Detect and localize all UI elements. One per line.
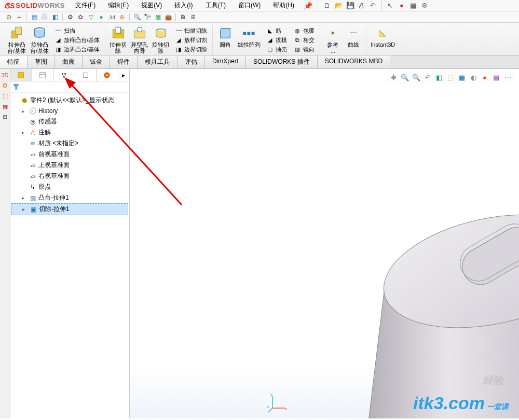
boundary-button[interactable]: ◨边界凸台/基体	[53, 45, 101, 54]
tree-history[interactable]: ▸🕘 History	[11, 106, 128, 116]
menu-help[interactable]: 帮助(H)	[267, 0, 301, 11]
tab-evaluate[interactable]: 评估	[177, 55, 205, 68]
tab-sw-mbd[interactable]: SOLIDWORKS MBD	[318, 55, 390, 68]
tree-sensors[interactable]: ◎ 传感器	[11, 116, 128, 127]
tree-tab-dimxpert[interactable]	[75, 69, 97, 81]
shell-button[interactable]: ▢抽壳	[265, 45, 288, 54]
instant3d-button[interactable]: 📐 Instant3D	[368, 25, 397, 49]
draft-button[interactable]: ◢拔模	[265, 35, 288, 45]
tree-right-plane[interactable]: ▱ 右视基准面	[11, 171, 128, 181]
tb-icon-3[interactable]: ▦	[30, 12, 39, 22]
menu-tools[interactable]: 工具(T)	[199, 0, 232, 11]
sweep-button[interactable]: 〰扫描	[53, 26, 101, 35]
wrap-button[interactable]: ◍包覆	[292, 26, 316, 35]
extrude-cut-button[interactable]: 拉伸切 除	[107, 25, 129, 55]
tb-icon-16[interactable]: 🗎	[179, 12, 188, 22]
print-icon[interactable]: 🖨	[357, 1, 367, 10]
tree-origin[interactable]: ↳ 原点	[11, 181, 128, 192]
revolve-boss-button[interactable]: 旋转凸 台/基体	[28, 25, 51, 55]
tree-tab-display[interactable]	[97, 69, 118, 81]
view-orient-icon[interactable]: ⬚	[445, 72, 456, 82]
intersect-button[interactable]: ⧉相交	[292, 35, 316, 45]
tree-filter[interactable]	[10, 81, 129, 93]
tb-icon-4[interactable]: 品	[40, 12, 49, 22]
open-icon[interactable]: 📂	[334, 1, 344, 10]
sweep-cut-button[interactable]: 〰扫描切除	[173, 26, 208, 35]
tb-icon-1[interactable]: ⊙	[4, 12, 13, 22]
tree-boss-extrude[interactable]: ▸▧ 凸台-拉伸1	[11, 192, 128, 203]
mirror-button[interactable]: ▥镜向	[292, 45, 316, 54]
display-style-icon[interactable]: ▦	[457, 72, 467, 82]
boundary-cut-button[interactable]: ◨边界切除	[173, 45, 208, 54]
tree-annotations[interactable]: ▸A 注解	[11, 127, 128, 138]
section-icon[interactable]: ◧	[434, 72, 444, 82]
ref-geom-button[interactable]: ✦ 参考 ...	[322, 25, 343, 55]
tab-weldment[interactable]: 焊件	[110, 55, 138, 68]
prev-view-icon[interactable]: ↶	[422, 72, 433, 82]
fillet-button[interactable]: 圆角	[215, 25, 236, 55]
leftbar-icon-1[interactable]: 3D	[1, 71, 9, 79]
loft-cut-button[interactable]: ◢放样切割	[173, 35, 208, 45]
tb-gear-icon[interactable]: ⚙	[65, 12, 75, 22]
tb-binoculars-icon[interactable]: 🔭	[143, 12, 152, 22]
tree-top-plane[interactable]: ▱ 上视基准面	[11, 160, 128, 171]
tree-tab-config[interactable]	[53, 69, 75, 81]
leftbar-icon-3[interactable]: ⬚	[1, 92, 9, 100]
appearance-icon[interactable]: ●	[480, 72, 490, 82]
tab-moldtools[interactable]: 模具工具	[138, 55, 177, 68]
settings-icon[interactable]: ⚙	[419, 1, 430, 10]
tb-icon-5[interactable]: ◧	[50, 12, 60, 22]
zoom-area-icon[interactable]: 🔍	[411, 72, 421, 82]
save-icon[interactable]: 💾	[345, 1, 356, 10]
tree-front-plane[interactable]: ▱ 前视基准面	[11, 149, 128, 160]
tab-sw-addins[interactable]: SOLIDWORKS 插件	[246, 55, 318, 68]
rib-button[interactable]: ◣筋	[265, 26, 288, 35]
view-settings-icon[interactable]: ⋯	[502, 72, 513, 82]
tab-sketch[interactable]: 草图	[28, 55, 55, 68]
undo-icon[interactable]: ↶	[368, 1, 378, 10]
tb-icon-15[interactable]: 👜	[163, 12, 173, 22]
tb-search-icon[interactable]: 🔍	[132, 12, 142, 22]
new-icon[interactable]: 🗋	[322, 1, 333, 10]
orient-icon[interactable]: ✥	[388, 72, 399, 82]
leftbar-icon-4[interactable]: ▦	[1, 102, 9, 110]
options-icon[interactable]: ▦	[408, 1, 418, 10]
zoom-fit-icon[interactable]: 🔍	[400, 72, 410, 82]
menu-view[interactable]: 视图(V)	[135, 0, 168, 11]
tb-excel-icon[interactable]: ▦	[153, 12, 162, 22]
tree-cut-extrude[interactable]: ▸▣ 切除-拉伸1	[11, 203, 128, 215]
tree-tab-property[interactable]	[32, 69, 54, 81]
select-icon[interactable]: ↖	[385, 1, 395, 10]
tree-material[interactable]: ≋ 材质 <未指定>	[11, 138, 128, 149]
tree-tab-features[interactable]	[10, 69, 32, 81]
rebuild-icon[interactable]: ●	[397, 1, 407, 10]
tree-root[interactable]: ⬢ 零件2 (默认<<默认>_显示状态	[11, 95, 128, 106]
tab-dimxpert[interactable]: DimXpert	[205, 55, 246, 68]
viewport[interactable]: ✥ 🔍 🔍 ↶ ◧ ⬚ ▦ ◐ ● ▤ ⋯	[130, 69, 519, 418]
tree-tab-expand[interactable]: ▸	[118, 69, 129, 81]
tab-sheetmetal[interactable]: 钣金	[83, 55, 110, 68]
tab-feature[interactable]: 特征	[0, 55, 28, 68]
tb-icon-7[interactable]: ✿	[76, 12, 85, 22]
tb-icon-2[interactable]: ⌐	[15, 12, 24, 22]
tb-icon-17[interactable]: 🗎	[189, 12, 198, 22]
revolve-cut-button[interactable]: 旋转切 除	[150, 25, 171, 55]
linear-pattern-button[interactable]: 线性阵列	[236, 25, 263, 55]
menu-file[interactable]: 文件(F)	[69, 0, 102, 11]
tab-surface[interactable]: 曲面	[55, 55, 83, 68]
hide-show-icon[interactable]: ◐	[468, 72, 479, 82]
scene-icon[interactable]: ▤	[491, 72, 501, 82]
tb-icon-8[interactable]: ▽	[86, 12, 95, 22]
leftbar-icon-5[interactable]: ⊞	[1, 113, 9, 121]
tb-icon-9[interactable]: ●	[97, 12, 106, 22]
extrude-boss-button[interactable]: 拉伸凸 台/基体	[5, 25, 28, 55]
leftbar-icon-2[interactable]: ✪	[1, 81, 9, 90]
menu-window[interactable]: 窗口(W)	[232, 0, 267, 11]
menu-edit[interactable]: 编辑(E)	[102, 0, 135, 11]
loft-button[interactable]: ◢放样凸台/基体	[53, 35, 101, 45]
tb-icon-11[interactable]: ⊕	[117, 12, 127, 22]
hole-wizard-button[interactable]: 异型孔 向导	[129, 25, 150, 55]
menu-insert[interactable]: 插入(I)	[168, 0, 199, 11]
pin-icon[interactable]: 📌	[301, 2, 316, 10]
curves-button[interactable]: 〰 曲线	[343, 25, 364, 55]
